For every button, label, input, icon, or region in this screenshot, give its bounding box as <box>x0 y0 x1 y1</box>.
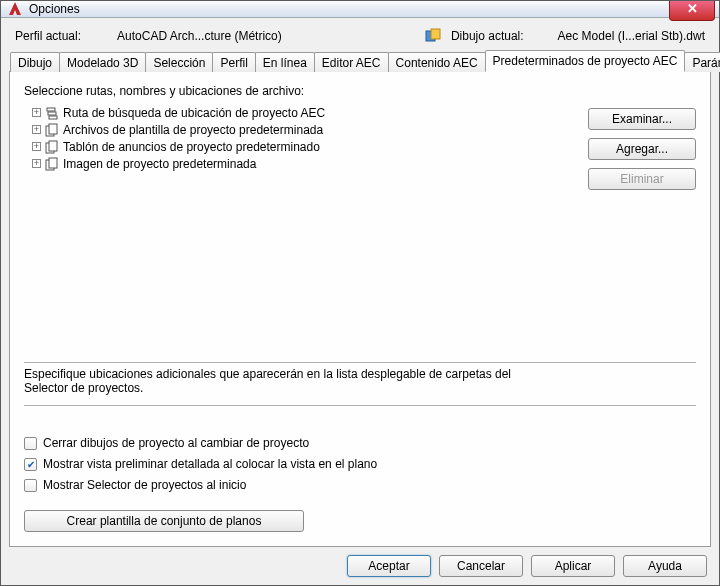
tab-modelado-3d[interactable]: Modelado 3D <box>59 52 146 72</box>
check-show-preview[interactable]: Mostrar vista preliminar detallada al co… <box>24 457 696 471</box>
options-dialog: Opciones ✕ Perfil actual: AutoCAD Arch..… <box>0 0 720 586</box>
browse-button[interactable]: Examinar... <box>588 108 696 130</box>
tree-area: + Ruta de búsqueda de ubicación de proye… <box>24 102 696 354</box>
window-title: Opciones <box>29 2 80 16</box>
tab-parametros[interactable]: Parámetros d <box>684 52 720 72</box>
checkbox-label: Mostrar vista preliminar detallada al co… <box>43 457 377 471</box>
checkbox-group: Cerrar dibujos de proyecto al cambiar de… <box>24 436 696 492</box>
close-button[interactable]: ✕ <box>669 1 715 21</box>
expand-icon[interactable]: + <box>32 159 41 168</box>
tree-item[interactable]: + Tablón de anuncios de proyecto predete… <box>26 138 572 155</box>
tree-item-label: Ruta de búsqueda de ubicación de proyect… <box>63 106 325 120</box>
profile-label: Perfil actual: <box>15 29 81 43</box>
svg-rect-5 <box>49 116 57 119</box>
check-close-drawings[interactable]: Cerrar dibujos de proyecto al cambiar de… <box>24 436 696 450</box>
profile-value: AutoCAD Arch...cture (Métrico) <box>117 29 282 43</box>
tree-item-label: Tablón de anuncios de proyecto predeterm… <box>63 140 320 154</box>
app-icon <box>7 1 23 17</box>
tab-dibujo[interactable]: Dibujo <box>10 52 60 72</box>
tab-en-linea[interactable]: En línea <box>255 52 315 72</box>
delete-button: Eliminar <box>588 168 696 190</box>
content-area: Perfil actual: AutoCAD Arch...cture (Mét… <box>1 18 719 586</box>
divider <box>24 362 696 363</box>
dialog-buttons: Aceptar Cancelar Aplicar Ayuda <box>9 547 711 579</box>
tab-seleccion[interactable]: Selección <box>145 52 213 72</box>
svg-rect-2 <box>431 29 440 39</box>
tree-item-label: Imagen de proyecto predeterminada <box>63 157 256 171</box>
svg-rect-9 <box>49 141 57 151</box>
tree-item[interactable]: + Imagen de proyecto predeterminada <box>26 155 572 172</box>
tab-page: Seleccione rutas, nombres y ubicaciones … <box>9 72 711 547</box>
svg-rect-7 <box>49 124 57 134</box>
files-icon <box>45 157 59 171</box>
checkbox[interactable] <box>24 437 37 450</box>
check-show-selector[interactable]: Mostrar Selector de proyectos al inicio <box>24 478 696 492</box>
expand-icon[interactable]: + <box>32 125 41 134</box>
additional-locations-desc: Especifique ubicaciones adicionales que … <box>24 367 544 395</box>
drawing-icon <box>425 28 441 44</box>
tree-item-label: Archivos de plantilla de proyecto predet… <box>63 123 323 137</box>
checkbox[interactable] <box>24 479 37 492</box>
side-buttons: Examinar... Agregar... Eliminar <box>588 102 696 354</box>
tree-item[interactable]: + Archivos de plantilla de proyecto pred… <box>26 121 572 138</box>
divider <box>24 405 696 406</box>
files-icon <box>45 123 59 137</box>
svg-rect-4 <box>48 112 56 115</box>
stack-icon <box>45 106 59 120</box>
tab-predeterminados-aec[interactable]: Predeterminados de proyecto AEC <box>485 50 686 72</box>
titlebar: Opciones ✕ <box>1 1 719 18</box>
expand-icon[interactable]: + <box>32 108 41 117</box>
files-icon <box>45 140 59 154</box>
cancel-button[interactable]: Cancelar <box>439 555 523 577</box>
checkbox-label: Cerrar dibujos de proyecto al cambiar de… <box>43 436 309 450</box>
apply-button[interactable]: Aplicar <box>531 555 615 577</box>
tab-strip: Dibujo Modelado 3D Selección Perfil En l… <box>9 50 711 72</box>
add-button[interactable]: Agregar... <box>588 138 696 160</box>
help-button[interactable]: Ayuda <box>623 555 707 577</box>
paths-tree[interactable]: + Ruta de búsqueda de ubicación de proye… <box>24 102 574 354</box>
checkbox-label: Mostrar Selector de proyectos al inicio <box>43 478 246 492</box>
svg-marker-0 <box>9 2 21 15</box>
drawing-value: Aec Model (I...erial Stb).dwt <box>558 29 705 43</box>
svg-rect-11 <box>49 158 57 168</box>
tab-perfil[interactable]: Perfil <box>212 52 255 72</box>
expand-icon[interactable]: + <box>32 142 41 151</box>
ok-button[interactable]: Aceptar <box>347 555 431 577</box>
tab-editor-aec[interactable]: Editor AEC <box>314 52 389 72</box>
profile-row: Perfil actual: AutoCAD Arch...cture (Mét… <box>9 24 711 50</box>
svg-rect-3 <box>47 108 55 111</box>
tab-contenido-aec[interactable]: Contenido AEC <box>388 52 486 72</box>
paths-section-label: Seleccione rutas, nombres y ubicaciones … <box>24 84 696 98</box>
tree-item[interactable]: + Ruta de búsqueda de ubicación de proye… <box>26 104 572 121</box>
checkbox[interactable] <box>24 458 37 471</box>
drawing-label: Dibujo actual: <box>451 29 524 43</box>
create-sheet-template-button[interactable]: Crear plantilla de conjunto de planos <box>24 510 304 532</box>
